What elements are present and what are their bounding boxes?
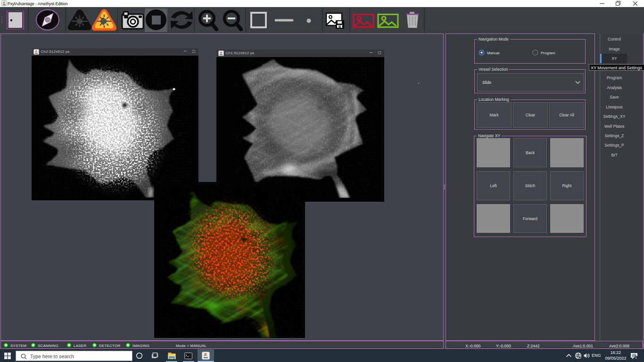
svg-text:1: 1: [635, 356, 637, 359]
